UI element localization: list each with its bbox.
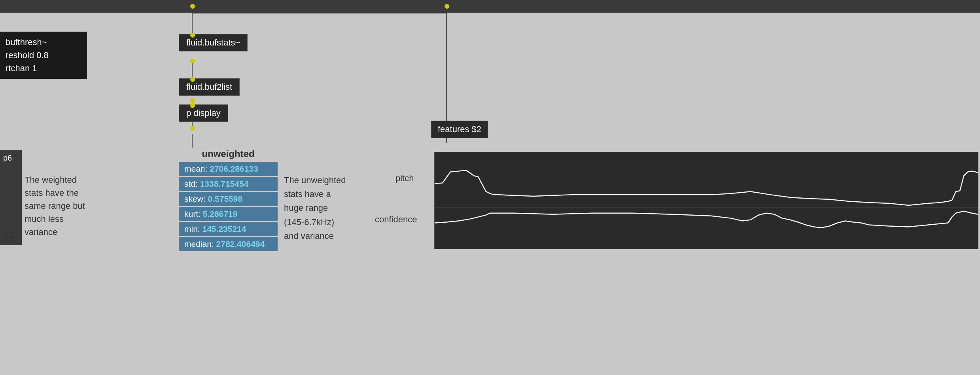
- node-pdisplay-label: p display: [186, 108, 221, 118]
- node-pdisplay[interactable]: p display: [179, 104, 228, 122]
- waveform-svg: [435, 152, 978, 249]
- connector-line-1: [192, 13, 193, 34]
- node-buf2list[interactable]: fluid.buf2list: [179, 78, 240, 96]
- dot-pdisplay-bottom: [190, 126, 195, 131]
- weighted-text-block: The weighted stats have the same range b…: [25, 173, 135, 239]
- weighted-line5: variance: [25, 225, 135, 239]
- node-bufstats-label: fluid.bufstats~: [186, 38, 240, 47]
- features-label: features $2: [431, 121, 488, 138]
- stat-row: std: 1338.715454: [179, 177, 278, 191]
- stat-row: min: 145.235214: [179, 222, 278, 236]
- dot-buf2list-top: [190, 77, 195, 82]
- dot-right-top: [445, 4, 449, 9]
- dot-bufstats-top: [190, 4, 195, 9]
- stat-row: median: 2782.406494: [179, 237, 278, 251]
- unweighted-line3: huge range: [284, 201, 395, 215]
- p6-label: p6: [3, 153, 12, 162]
- bufthresh-line3: rtchan 1: [6, 62, 81, 75]
- unweighted-line2: stats have a: [284, 187, 395, 201]
- top-bar: [0, 0, 980, 13]
- waveform-display: [434, 152, 978, 249]
- dot-buf2list-bottom: [190, 98, 195, 103]
- confidence-label: confidence: [375, 214, 417, 225]
- stats-title: unweighted: [179, 148, 278, 162]
- stat-row: kurt: 5.286719: [179, 207, 278, 221]
- weighted-line1: The weighted: [25, 173, 135, 186]
- dot-bufstats-out: [190, 59, 195, 63]
- node-buf2list-label: fluid.buf2list: [186, 82, 232, 92]
- weighted-line4: much less: [25, 212, 135, 225]
- node-bufstats[interactable]: fluid.bufstats~: [179, 34, 248, 51]
- bufthresh-line2: reshold 0.8: [6, 49, 81, 62]
- connector-line-4: [192, 134, 193, 148]
- bufthresh-line1: bufthresh~: [6, 36, 81, 49]
- stats-rows-container: mean: 2706.286133std: 1338.715454skew: 0…: [179, 162, 278, 251]
- dot-pdisplay-top: [190, 103, 195, 108]
- unweighted-text-block: The unweighted stats have a huge range (…: [284, 173, 395, 243]
- unweighted-line5: and variance: [284, 229, 395, 243]
- number-332: 332: [0, 230, 19, 241]
- weighted-line2: stats have the: [25, 186, 135, 199]
- svg-rect-0: [435, 152, 978, 249]
- pitch-label: pitch: [395, 173, 414, 184]
- stat-row: skew: 0.575598: [179, 192, 278, 206]
- stats-panel: unweighted mean: 2706.286133std: 1338.71…: [179, 148, 278, 252]
- dot-bufstats-bottom: [190, 33, 195, 38]
- top-connector-bar: [192, 6, 447, 13]
- left-panel: bufthresh~ reshold 0.8 rtchan 1: [0, 32, 87, 79]
- stat-row: mean: 2706.286133: [179, 162, 278, 176]
- weighted-line3: same range but: [25, 199, 135, 212]
- unweighted-line1: The unweighted: [284, 173, 395, 187]
